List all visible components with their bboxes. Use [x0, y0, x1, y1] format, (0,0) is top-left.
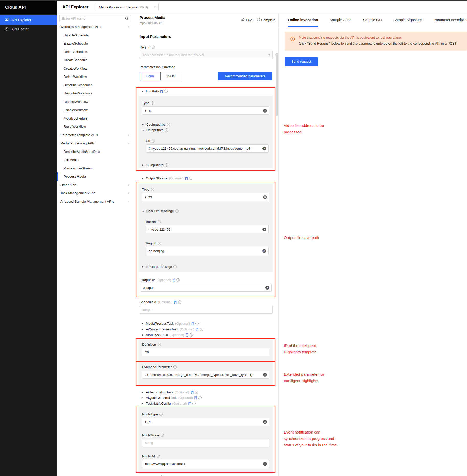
- api-item-processmedia-selected[interactable]: ProcessMedia: [57, 172, 134, 181]
- api-group-media-processing[interactable]: Media Processing APIs∧: [57, 139, 134, 148]
- output-region-input[interactable]: ap-nanjing✕: [146, 247, 269, 255]
- input-type-input[interactable]: URL✕: [142, 106, 269, 115]
- sidebar-item-api-doctor[interactable]: API Doctor: [0, 25, 57, 34]
- section-s3inputinfo[interactable]: ▶ S3InputInfo i: [142, 162, 168, 167]
- url-input[interactable]: //mycos-123456.cos.ap-nanjing.myqcloud.c…: [146, 144, 269, 153]
- api-search-box[interactable]: [59, 15, 131, 22]
- api-item[interactable]: CreateWorkflow: [57, 64, 134, 73]
- api-item[interactable]: ProcessLiveStream: [57, 164, 134, 173]
- api-item[interactable]: DeleteWorkflow: [57, 73, 134, 81]
- info-icon[interactable]: i: [173, 265, 177, 268]
- api-item[interactable]: CreateSchedule: [57, 56, 134, 64]
- sidebar-item-api-explorer[interactable]: API Explorer: [0, 15, 57, 25]
- send-request-button[interactable]: Send request: [285, 57, 318, 66]
- api-item[interactable]: ResetWorkflow: [57, 123, 134, 131]
- section-tasknotifyconfig[interactable]: ▲ TaskNotifyConfig (Optional) [*] i: [142, 401, 196, 406]
- complain-button[interactable]: Complain: [256, 18, 275, 22]
- scheduleid-input[interactable]: integer: [140, 306, 273, 314]
- region-input[interactable]: This parameter is not required for this …: [140, 51, 273, 59]
- api-group-other[interactable]: Other APIs∨: [57, 181, 134, 189]
- api-item[interactable]: DisableWorkflow: [57, 98, 134, 106]
- section-cosoutputstorage[interactable]: ▲ CosOutputStorage i: [142, 208, 179, 213]
- info-icon[interactable]: i: [158, 343, 161, 346]
- clear-icon[interactable]: ✕: [262, 228, 266, 231]
- recommended-parameters-button[interactable]: Recommended parameters: [218, 72, 272, 80]
- info-icon[interactable]: i: [189, 177, 192, 180]
- api-group-parameter-template[interactable]: Parameter Template APIs∨: [57, 131, 134, 139]
- info-icon[interactable]: i: [198, 396, 202, 399]
- api-item[interactable]: EditMedia: [57, 156, 134, 164]
- tab-online-invocation[interactable]: Online invocation: [288, 13, 318, 27]
- info-icon[interactable]: i: [157, 455, 160, 458]
- section-aicontentreviewtask[interactable]: ▶ AiContentReviewTask (Optional) [*] i: [142, 327, 203, 332]
- tab-parameter-description[interactable]: Parameter description: [433, 13, 467, 27]
- bucket-input[interactable]: mycos-123456✕: [146, 225, 269, 233]
- api-item[interactable]: DescribeMediaMetaData: [57, 148, 134, 156]
- api-item[interactable]: EnableWorkflow: [57, 106, 134, 114]
- clear-icon[interactable]: ✕: [263, 109, 267, 113]
- clear-icon[interactable]: ✕: [262, 147, 266, 150]
- info-icon[interactable]: i: [158, 220, 161, 223]
- info-icon[interactable]: i: [178, 300, 181, 304]
- output-type-input[interactable]: COS✕: [142, 193, 269, 201]
- section-inputinfo[interactable]: ▲ InputInfo [*] i: [142, 89, 168, 94]
- extendedparameter-input[interactable]: ':1, "threshold":0.9, "merge_time":60, "…: [142, 371, 269, 379]
- api-item[interactable]: EnableSchedule: [57, 39, 134, 48]
- clear-icon[interactable]: ✕: [265, 286, 269, 290]
- info-icon[interactable]: i: [164, 90, 168, 93]
- notifyurl-input[interactable]: http://www.qq.com/callback✕: [142, 460, 269, 468]
- clear-icon[interactable]: ✕: [263, 420, 267, 424]
- section-cmqmodel[interactable]: CmqModel i: [142, 474, 163, 476]
- like-button[interactable]: Like: [241, 18, 252, 22]
- outputdir-input[interactable]: /output/✕: [141, 284, 272, 292]
- info-icon[interactable]: i: [158, 242, 161, 245]
- definition-input[interactable]: 26: [142, 348, 269, 356]
- info-icon[interactable]: i: [159, 413, 163, 416]
- json-tab[interactable]: JSON: [160, 72, 181, 80]
- info-icon[interactable]: i: [195, 391, 198, 394]
- section-s3outputstorage[interactable]: ▶ S3OutputStorage i: [142, 264, 177, 269]
- tab-sample-code[interactable]: Sample Code: [330, 13, 351, 27]
- section-mediaprocesstask[interactable]: ▶ MediaProcessTask (Optional) [*] i: [142, 321, 199, 326]
- section-urlinputinfo[interactable]: ▲ UrlInputInfo i: [142, 127, 168, 133]
- api-item[interactable]: DescribeSchedules: [57, 81, 134, 90]
- info-icon[interactable]: i: [173, 365, 177, 369]
- info-icon[interactable]: i: [175, 209, 179, 213]
- api-group-workflow-management[interactable]: Workflow Management APIs∧: [57, 23, 134, 31]
- info-icon[interactable]: i: [161, 434, 164, 437]
- section-airecognitiontask[interactable]: ▶ AiRecognitionTask (Optional) [*] i: [142, 390, 198, 395]
- scrollbar-thumb[interactable]: [276, 54, 278, 116]
- info-icon[interactable]: i: [167, 123, 170, 126]
- api-item[interactable]: DeleteSchedule: [57, 48, 134, 56]
- info-icon[interactable]: i: [176, 278, 180, 282]
- section-aianalysistask[interactable]: ▲ AiAnalysisTask (Optional) [*] i: [142, 332, 193, 337]
- service-select[interactable]: Media Processing Service (MPS) ▾: [96, 3, 159, 11]
- info-icon[interactable]: i: [192, 402, 196, 405]
- info-icon[interactable]: i: [165, 128, 168, 132]
- clear-icon[interactable]: ✕: [262, 249, 266, 253]
- clear-icon[interactable]: ✕: [263, 373, 267, 377]
- api-group-ai-sample[interactable]: AI-based Sample Management APIs∨: [57, 198, 134, 206]
- search-input[interactable]: [62, 17, 123, 20]
- form-tab[interactable]: Form: [140, 72, 161, 80]
- info-icon[interactable]: i: [200, 328, 203, 331]
- tab-sample-signature[interactable]: Sample Signature: [393, 13, 422, 27]
- api-item[interactable]: DescribeWorkflows: [57, 89, 134, 98]
- info-icon[interactable]: i: [151, 101, 154, 105]
- notifytype-input[interactable]: URL✕: [142, 418, 269, 426]
- section-aiqualitycontroltask[interactable]: ▶ AiQualityControlTask (Optional) [*] i: [142, 395, 202, 400]
- info-icon[interactable]: i: [151, 188, 154, 191]
- api-item[interactable]: ModifySchedule: [57, 114, 134, 123]
- info-icon[interactable]: i: [195, 322, 199, 325]
- section-outputstorage[interactable]: ▲ OutputStorage (Optional) [*] i: [142, 176, 192, 181]
- api-item[interactable]: DisableSchedule: [57, 31, 134, 40]
- info-icon[interactable]: i: [165, 163, 168, 167]
- tab-sample-cli[interactable]: Sample CLI: [363, 13, 382, 27]
- info-icon[interactable]: i: [190, 333, 193, 337]
- info-icon[interactable]: i: [152, 46, 155, 49]
- clear-icon[interactable]: ✕: [263, 195, 267, 199]
- api-group-task-management[interactable]: Task Management APIs∨: [57, 189, 134, 198]
- clear-icon[interactable]: ✕: [263, 462, 267, 466]
- info-icon[interactable]: i: [152, 139, 155, 143]
- section-cosinputinfo[interactable]: ▶ CosInputInfo i: [142, 122, 170, 127]
